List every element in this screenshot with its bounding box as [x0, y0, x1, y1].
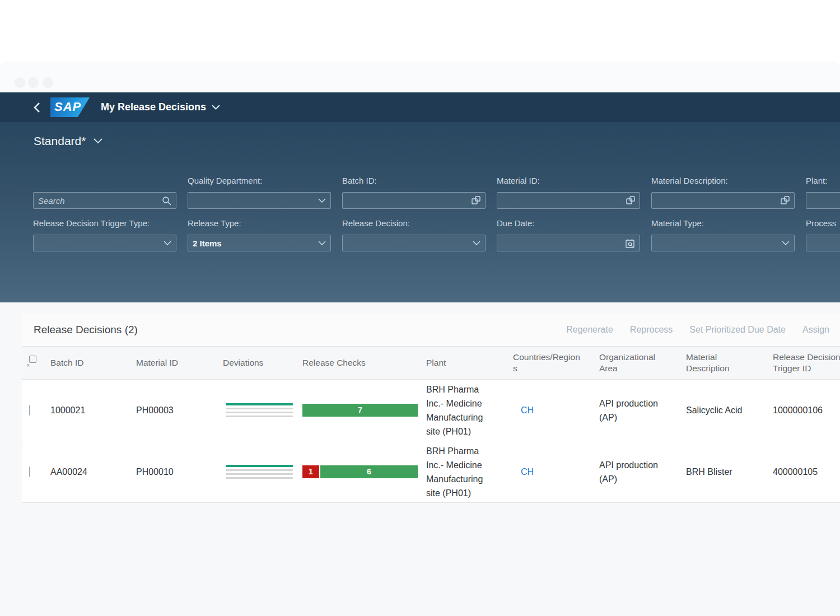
filter-label: Material Description:: [651, 176, 795, 186]
release-checks-bar: 7: [302, 404, 418, 417]
filter-label: Plant:: [806, 176, 840, 186]
table-row[interactable]: 1000021 PH00003 7 BRH Pharma Inc.- Medic: [22, 380, 840, 441]
chevron-down-icon: [473, 241, 480, 246]
search-icon[interactable]: [162, 196, 171, 206]
batch-id-input[interactable]: [342, 192, 486, 209]
column-header[interactable]: Release Decision Trigger ID: [773, 352, 840, 374]
column-header[interactable]: Material Description: [686, 352, 773, 374]
screen: SAP My Release Decisions Standard*: [0, 0, 840, 616]
assign-button[interactable]: Assign: [802, 325, 829, 335]
release-decisions-table: Release Decisions (2) Regenerate Reproce…: [22, 314, 840, 503]
batch-id-cell: 1000021: [50, 403, 136, 417]
batch-id-cell: AA00024: [50, 465, 136, 479]
plant-cell: BRH Pharma Inc.- Medicine Manufacturing …: [426, 382, 513, 438]
country-link[interactable]: CH: [513, 467, 534, 477]
filter-bar: Standard* Quality Department: Batch ID: …: [0, 122, 840, 302]
deviations-microchart-icon: [226, 465, 293, 479]
chevron-down-icon: [212, 105, 220, 110]
chevron-down-icon: [318, 241, 326, 246]
page-title: My Release Decisions: [101, 101, 206, 113]
release-checks-good-segment: 6: [320, 465, 418, 478]
table-toolbar: Release Decisions (2) Regenerate Reproce…: [22, 314, 840, 346]
filter-label: Material ID:: [497, 176, 640, 186]
column-header[interactable]: Material ID: [136, 357, 223, 368]
countries-cell: CH: [513, 465, 599, 479]
material-description-input[interactable]: [651, 192, 795, 209]
processing-status-input[interactable]: [806, 235, 840, 251]
reprocess-button[interactable]: Reprocess: [630, 325, 673, 335]
material-type-select[interactable]: [651, 235, 795, 251]
filter-label: Release Decision Trigger Type:: [33, 218, 176, 228]
filter-label: Process: [806, 218, 840, 228]
sap-logo: SAP: [50, 97, 90, 117]
countries-cell: CH: [513, 403, 599, 417]
filter-label: Release Type:: [188, 218, 331, 228]
variant-selector[interactable]: Standard*: [34, 134, 102, 148]
column-header[interactable]: Countries/Regions: [513, 352, 599, 374]
window-control-icon[interactable]: [28, 77, 39, 88]
set-prioritized-due-date-button[interactable]: Set Prioritized Due Date: [689, 325, 786, 335]
column-header[interactable]: Batch ID: [50, 357, 136, 368]
shell-bar: SAP My Release Decisions: [0, 92, 840, 122]
table-row[interactable]: AA00024 PH00010 1 6 BRH Ph: [22, 441, 840, 503]
org-area-cell: API production (AP): [599, 396, 686, 424]
material-id-cell: PH00010: [136, 465, 223, 479]
table-header-row: × Batch ID Material ID Deviations Releas…: [22, 346, 840, 380]
org-area-cell: API production (AP): [599, 458, 686, 486]
value-help-icon[interactable]: [472, 196, 480, 205]
chevron-down-icon: [164, 241, 171, 246]
value-help-icon[interactable]: [781, 196, 790, 205]
material-description-cell: Salicyclic Acid: [686, 403, 773, 417]
plant-cell: BRH Pharma Inc.- Medicine Manufacturing …: [426, 444, 513, 500]
column-header[interactable]: Plant: [426, 357, 513, 368]
filter-label: Release Decision:: [342, 218, 486, 228]
material-description-cell: BRH Blister: [686, 465, 773, 479]
release-type-select[interactable]: 2 Items: [188, 235, 331, 251]
release-checks-bar: 1 6: [302, 465, 418, 478]
material-id-input[interactable]: [497, 192, 640, 209]
column-header[interactable]: Release Checks: [302, 357, 426, 368]
variant-name: Standard*: [34, 134, 86, 148]
release-checks-cell: 7: [302, 404, 426, 417]
window-titlebar: [0, 62, 840, 92]
back-button[interactable]: [29, 100, 44, 115]
plant-input[interactable]: [806, 192, 840, 209]
due-date-input[interactable]: [497, 235, 640, 251]
chevron-down-icon: [94, 138, 102, 144]
column-header[interactable]: Organizational Area: [599, 352, 686, 374]
release-decision-select[interactable]: [342, 235, 486, 251]
filter-labels-row1: Quality Department: Batch ID: Material I…: [33, 176, 840, 186]
chevron-down-icon: [782, 241, 790, 246]
filter-labels-row2: Release Decision Trigger Type: Release T…: [33, 218, 840, 228]
value-help-icon[interactable]: [626, 196, 635, 205]
chevron-down-icon: [318, 198, 326, 203]
trigger-id-cell: 1000000106: [773, 403, 840, 417]
page-content: Release Decisions (2) Regenerate Reproce…: [0, 302, 840, 616]
filter-label: Quality Department:: [188, 176, 331, 186]
search-input[interactable]: Search: [33, 192, 176, 209]
filter-label: Material Type:: [651, 218, 795, 228]
release-decision-trigger-type-select[interactable]: [33, 235, 176, 251]
release-checks-good-segment: 7: [302, 404, 418, 417]
regenerate-button[interactable]: Regenerate: [566, 325, 613, 335]
window-control-icon[interactable]: [15, 77, 25, 88]
quality-department-select[interactable]: [188, 192, 331, 209]
row-checkbox[interactable]: [29, 405, 30, 416]
deviations-microchart-icon: [226, 403, 293, 417]
row-checkbox[interactable]: [29, 466, 30, 477]
release-checks-cell: 1 6: [302, 465, 426, 478]
column-header[interactable]: Deviations: [223, 357, 302, 368]
title-menu-button[interactable]: [212, 105, 220, 110]
app-window: SAP My Release Decisions Standard*: [0, 62, 840, 616]
country-link[interactable]: CH: [513, 405, 534, 415]
calendar-search-icon[interactable]: [626, 239, 635, 248]
trigger-id-cell: 400000105: [773, 465, 840, 479]
release-checks-bad-segment: 1: [302, 465, 319, 478]
filter-label: Due Date:: [497, 218, 640, 228]
filter-label: Batch ID:: [342, 176, 486, 186]
window-control-icon[interactable]: [43, 77, 53, 88]
deviations-cell: [223, 403, 302, 417]
filter-fields-row1: Search: [33, 192, 840, 209]
deviations-cell: [223, 465, 302, 479]
chevron-left-icon: [33, 102, 40, 113]
